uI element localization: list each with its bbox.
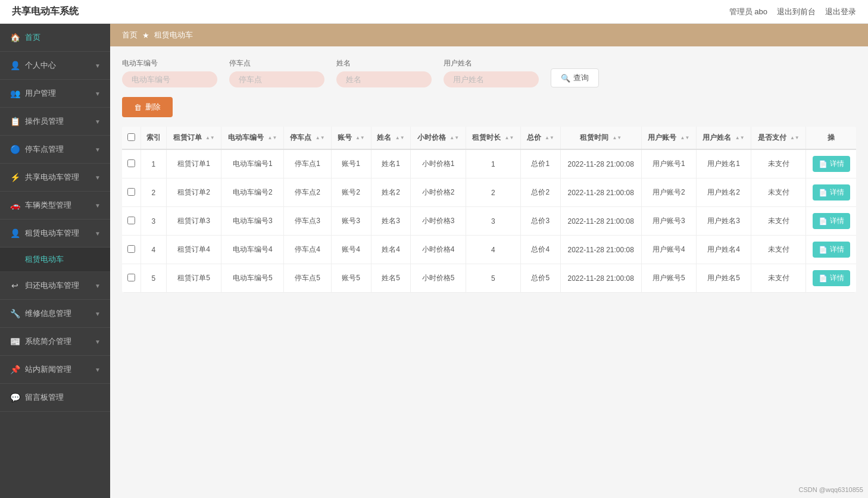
query-button[interactable]: 🔍 查询 xyxy=(551,68,599,87)
detail-button-2[interactable]: 📄 详情 xyxy=(813,213,850,229)
sidebar-item-home[interactable]: 🏠 首页 xyxy=(0,24,110,52)
row-select-3[interactable] xyxy=(127,245,135,253)
th-user-name: 用户姓名 ▲▼ xyxy=(696,127,751,149)
table-row: 5 租赁订单5 电动车编号5 停车点5 账号5 姓名5 小时价格5 5 总价5 … xyxy=(122,264,856,293)
row-duration-4: 5 xyxy=(466,264,520,293)
row-duration-1: 2 xyxy=(466,178,520,207)
sort-arrows-account[interactable]: ▲▼ xyxy=(355,136,365,140)
th-price: 小时价格 ▲▼ xyxy=(411,127,466,149)
sort-arrows-price[interactable]: ▲▼ xyxy=(449,136,459,140)
th-duration: 租赁时长 ▲▼ xyxy=(466,127,520,149)
row-total-1: 总价2 xyxy=(520,178,560,207)
sidebar-item-personal[interactable]: 👤 个人中心 ▼ xyxy=(0,52,110,80)
sort-arrows-time[interactable]: ▲▼ xyxy=(612,136,622,140)
row-account-0: 账号1 xyxy=(331,149,371,178)
logout-link[interactable]: 退出登录 xyxy=(825,7,856,17)
row-duration-3: 4 xyxy=(466,236,520,264)
sort-arrows-user-name[interactable]: ▲▼ xyxy=(735,136,745,140)
detail-button-1[interactable]: 📄 详情 xyxy=(813,184,850,201)
row-user-name-0: 用户姓名1 xyxy=(696,149,751,178)
row-index-3: 4 xyxy=(140,236,166,264)
th-name: 姓名 ▲▼ xyxy=(371,127,411,149)
sidebar-item-operator-mgmt[interactable]: 📋 操作员管理 ▼ xyxy=(0,108,110,136)
row-detail-0: 📄 详情 xyxy=(806,149,856,178)
sort-arrows-ebike[interactable]: ▲▼ xyxy=(268,136,277,140)
intro-icon: 📰 xyxy=(10,337,20,346)
sidebar-label-return: 归还电动车管理 xyxy=(25,280,95,291)
action-row: 🗑 删除 xyxy=(122,97,856,117)
row-account-1: 账号2 xyxy=(331,178,371,207)
sidebar-item-news[interactable]: 📌 站内新闻管理 ▼ xyxy=(0,356,110,384)
news-icon: 📌 xyxy=(10,365,20,374)
ebike-number-input[interactable] xyxy=(122,71,217,87)
parking-input[interactable] xyxy=(229,71,324,87)
sort-arrows-user-account[interactable]: ▲▼ xyxy=(680,136,689,140)
row-paid-2: 未支付 xyxy=(751,207,806,236)
content-area: 首页 ★ 租赁电动车 电动车编号 停车点 姓名 xyxy=(110,24,868,498)
delete-button[interactable]: 🗑 删除 xyxy=(122,97,173,117)
row-detail-4: 📄 详情 xyxy=(806,264,856,293)
table-row: 4 租赁订单4 电动车编号4 停车点4 账号4 姓名4 小时价格4 4 总价4 … xyxy=(122,236,856,264)
sidebar-item-intro[interactable]: 📰 系统简介管理 ▼ xyxy=(0,328,110,356)
username-input[interactable] xyxy=(444,71,539,87)
sidebar-label-comment: 留言板管理 xyxy=(25,392,101,403)
name-input[interactable] xyxy=(336,71,432,87)
sidebar-label-intro: 系统简介管理 xyxy=(25,336,95,347)
sidebar-item-rental-mgmt[interactable]: 👤 租赁电动车管理 ▼ xyxy=(0,220,110,248)
detail-button-0[interactable]: 📄 详情 xyxy=(813,156,850,172)
row-user-name-2: 用户姓名3 xyxy=(696,207,751,236)
sort-arrows-total[interactable]: ▲▼ xyxy=(545,136,554,140)
th-time: 租赁时间 ▲▼ xyxy=(560,127,641,149)
detail-button-3[interactable]: 📄 详情 xyxy=(813,242,850,258)
sidebar-item-return[interactable]: ↩ 归还电动车管理 ▼ xyxy=(0,272,110,300)
comment-icon: 💬 xyxy=(10,393,20,402)
sidebar-item-ebike-mgmt[interactable]: ⚡ 共享电动车管理 ▼ xyxy=(0,164,110,192)
topbar-actions: 管理员 abo 退出到前台 退出登录 xyxy=(729,7,856,17)
row-parking-4: 停车点5 xyxy=(284,264,332,293)
exit-frontend-link[interactable]: 退出到前台 xyxy=(777,7,816,17)
row-parking-3: 停车点4 xyxy=(284,236,332,264)
filter-group-name: 姓名 xyxy=(336,58,432,87)
sort-arrows-order[interactable]: ▲▼ xyxy=(205,136,215,140)
row-time-1: 2022-11-28 21:00:08 xyxy=(560,178,641,207)
breadcrumb-home[interactable]: 首页 xyxy=(122,30,138,40)
th-total: 总价 ▲▼ xyxy=(520,127,560,149)
row-price-4: 小时价格5 xyxy=(411,264,466,293)
chevron-down-icon-3: ▼ xyxy=(95,118,101,125)
sort-arrows-paid[interactable]: ▲▼ xyxy=(790,136,800,140)
row-order-3: 租赁订单4 xyxy=(167,236,221,264)
breadcrumb: 首页 ★ 租赁电动车 xyxy=(110,24,868,46)
sort-arrows-name[interactable]: ▲▼ xyxy=(395,136,405,140)
sidebar-label-maintenance: 维修信息管理 xyxy=(25,308,95,319)
table-row: 2 租赁订单2 电动车编号2 停车点2 账号2 姓名2 小时价格2 2 总价2 … xyxy=(122,178,856,207)
select-all-checkbox[interactable] xyxy=(127,133,135,141)
rental-mgmt-icon: 👤 xyxy=(10,228,20,238)
row-checkbox-2 xyxy=(122,207,140,236)
table-row: 3 租赁订单3 电动车编号3 停车点3 账号3 姓名3 小时价格3 3 总价3 … xyxy=(122,207,856,236)
sidebar-label-rental-ebike: 租赁电动车 xyxy=(25,254,101,265)
search-icon: 🔍 xyxy=(561,74,570,83)
sidebar-item-rental-ebike[interactable]: 租赁电动车 xyxy=(0,248,110,272)
detail-button-4[interactable]: 📄 详情 xyxy=(813,270,850,286)
detail-icon-0: 📄 xyxy=(819,160,828,168)
sidebar-item-vehicle-type[interactable]: 🚗 车辆类型管理 ▼ xyxy=(0,192,110,220)
sidebar-item-parking[interactable]: 🔵 停车点管理 ▼ xyxy=(0,136,110,164)
row-time-2: 2022-11-28 21:00:08 xyxy=(560,207,641,236)
row-select-0[interactable] xyxy=(127,159,135,167)
row-select-1[interactable] xyxy=(127,188,135,196)
home-icon: 🏠 xyxy=(10,33,20,42)
sidebar-item-comment[interactable]: 💬 留言板管理 xyxy=(0,384,110,412)
sidebar-label-parking: 停车点管理 xyxy=(25,144,95,155)
sidebar-item-maintenance[interactable]: 🔧 维修信息管理 ▼ xyxy=(0,300,110,328)
sort-arrows-duration[interactable]: ▲▼ xyxy=(505,136,514,140)
detail-icon-2: 📄 xyxy=(819,217,828,225)
return-icon: ↩ xyxy=(10,281,20,290)
row-select-2[interactable] xyxy=(127,217,135,224)
sort-arrows-parking[interactable]: ▲▼ xyxy=(316,136,325,140)
row-paid-3: 未支付 xyxy=(751,236,806,264)
row-total-2: 总价3 xyxy=(520,207,560,236)
operator-icon: 📋 xyxy=(10,117,20,126)
sidebar-item-user-mgmt[interactable]: 👥 用户管理 ▼ xyxy=(0,80,110,108)
row-select-4[interactable] xyxy=(127,274,135,281)
row-index-2: 3 xyxy=(140,207,166,236)
